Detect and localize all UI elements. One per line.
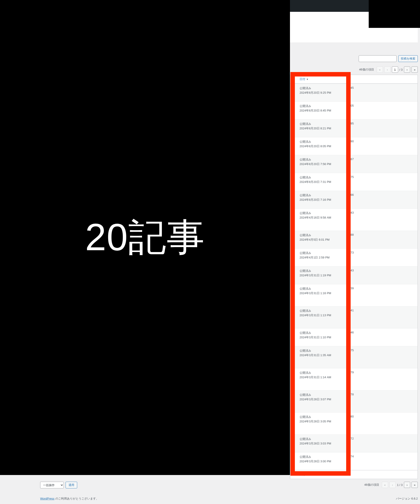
cell-id: 1078	[345, 390, 367, 412]
first-page-button: «	[377, 66, 383, 73]
overlay-topright	[369, 0, 420, 28]
search-input[interactable]	[359, 55, 396, 62]
item-count: 46個の項目	[359, 68, 374, 72]
wordpress-link[interactable]: WordPress	[40, 497, 54, 500]
table-row[interactable]: 公開済み2024年3月31日 1:10 PM1246	[290, 328, 418, 346]
cell-id: 2087	[345, 155, 367, 173]
table-row[interactable]: 公開済み2024年3月31日 1:16 PM1239	[290, 284, 418, 306]
cell-id: 2066	[345, 191, 367, 209]
cell-id: 2090	[345, 137, 367, 155]
cell-date: 公開済み2024年8月20日 8:45 PM	[290, 102, 345, 119]
next-page-button[interactable]: ›	[404, 482, 410, 488]
prev-page-button: ‹	[390, 482, 396, 488]
cell-id: 1479	[345, 368, 367, 390]
overlay-text: 20記事	[85, 212, 205, 263]
table-row[interactable]: 公開済み2024年3月28日 3:05 PM1080	[290, 412, 418, 434]
cell-date: 公開済み2024年3月31日 1:35 AM	[290, 346, 345, 368]
table-head: 日付 ▼ ID	[290, 75, 418, 84]
item-count: 46個の項目	[364, 483, 379, 487]
table-row[interactable]: 公開済み2024年8月20日 8:05 PM2090	[290, 137, 418, 155]
posts-table: 日付 ▼ ID 公開済み2024年8月20日 9:25 PM1745公開済み20…	[290, 75, 418, 479]
cell-date: 公開済み2024年3月28日 3:05 PM	[290, 413, 345, 434]
table-row[interactable]: 公開済み2024年8月20日 8:21 PM2095	[290, 119, 418, 137]
cell-id: 1074	[345, 452, 367, 470]
cell-date: 公開済み2024年4月5日 6:01 PM	[290, 231, 345, 248]
cell-id: 2105	[345, 102, 367, 119]
column-footer-date[interactable]: 日付 ▼	[290, 470, 345, 479]
cell-date: 公開済み2024年3月31日 1:13 PM	[290, 306, 345, 328]
page-of-bottom: 1 / 3	[397, 483, 403, 487]
annotation-overlay: 20記事	[0, 0, 290, 475]
cell-id: 1072	[345, 435, 367, 452]
cell-id: 1080	[345, 413, 367, 434]
cell-date: 公開済み2024年8月20日 7:31 PM	[290, 173, 345, 191]
cell-date: 公開済み2024年8月20日 8:21 PM	[290, 120, 345, 137]
column-header-id[interactable]: ID	[345, 75, 367, 84]
table-row[interactable]: 公開済み2024年3月28日 3:00 PM1074	[290, 452, 418, 470]
cell-id: 1473	[345, 249, 367, 266]
cell-date: 公開済み2024年3月31日 1:14 AM	[290, 368, 345, 390]
cell-id: 1743	[345, 209, 367, 231]
current-page-input[interactable]	[392, 66, 398, 73]
last-page-button[interactable]: »	[412, 482, 418, 488]
next-page-button[interactable]: ›	[404, 66, 410, 73]
search-posts-button[interactable]: 投稿を検索	[398, 55, 418, 62]
cell-id: 1241	[345, 306, 367, 328]
footer-version: バージョン 6.6.2	[396, 497, 418, 501]
cell-date: 公開済み2024年8月20日 9:25 PM	[290, 84, 345, 102]
table-row[interactable]: 公開済み2024年8月20日 7:31 PM2075	[290, 173, 418, 191]
footer-left: WordPress のご利用ありがとうございます。	[40, 497, 99, 501]
cell-date: 公開済み2024年3月31日 1:19 PM	[290, 266, 345, 284]
table-row[interactable]: 公開済み2024年4月1日 2:59 PM1473	[290, 248, 418, 266]
table-row[interactable]: 公開済み2024年4月5日 6:01 PM1488	[290, 231, 418, 248]
table-row[interactable]: 公開済み2024年3月31日 1:35 AM1475	[290, 346, 418, 368]
cell-date: 公開済み2024年3月28日 3:07 PM	[290, 390, 345, 412]
cell-date: 公開済み2024年4月16日 9:58 AM	[290, 209, 345, 231]
cell-id: 1246	[345, 329, 367, 346]
column-footer-id[interactable]: ID	[345, 470, 367, 479]
page-of: / 3	[399, 68, 403, 71]
last-page-button[interactable]: »	[412, 66, 418, 73]
first-page-button: «	[382, 482, 388, 488]
table-row[interactable]: 公開済み2024年3月31日 1:19 PM1243	[290, 266, 418, 284]
sort-arrow-icon: ▼	[306, 78, 308, 80]
bulk-action-select[interactable]: 一括操作	[40, 482, 64, 488]
cell-date: 公開済み2024年3月28日 3:00 PM	[290, 452, 345, 470]
prev-page-button: ‹	[384, 66, 390, 73]
cell-id: 1239	[345, 284, 367, 306]
table-row[interactable]: 公開済み2024年3月28日 3:03 PM1072	[290, 434, 418, 452]
cell-id: 1475	[345, 346, 367, 368]
cell-id: 2075	[345, 173, 367, 191]
admin-bar	[290, 0, 369, 12]
table-row[interactable]: 公開済み2024年8月20日 9:25 PM1745	[290, 84, 418, 102]
table-row[interactable]: 公開済み2024年3月31日 1:13 PM1241	[290, 306, 418, 328]
table-foot: 日付 ▼ ID	[290, 470, 418, 479]
table-row[interactable]: 公開済み2024年4月16日 9:58 AM1743	[290, 209, 418, 231]
table-row[interactable]: 公開済み2024年3月28日 3:07 PM1078	[290, 390, 418, 412]
table-row[interactable]: 公開済み2024年3月31日 1:14 AM1479	[290, 368, 418, 390]
cell-id: 1745	[345, 84, 367, 102]
cell-id: 1488	[345, 231, 367, 248]
cell-date: 公開済み2024年8月20日 7:56 PM	[290, 155, 345, 173]
table-row[interactable]: 公開済み2024年8月20日 7:56 PM2087	[290, 155, 418, 173]
cell-date: 公開済み2024年8月20日 8:05 PM	[290, 137, 345, 155]
search-row: 投稿を検索	[359, 55, 418, 62]
table-row[interactable]: 公開済み2024年8月20日 8:45 PM2105	[290, 102, 418, 119]
apply-button[interactable]: 適用	[66, 482, 77, 488]
sort-arrow-icon: ▼	[306, 474, 308, 476]
cell-date: 公開済み2024年8月20日 7:16 PM	[290, 191, 345, 209]
cell-id: 2095	[345, 120, 367, 137]
table-row[interactable]: 公開済み2024年8月20日 7:16 PM2066	[290, 191, 418, 209]
column-header-date[interactable]: 日付 ▼	[290, 75, 345, 84]
cell-date: 公開済み2024年3月31日 1:10 PM	[290, 329, 345, 346]
cell-date: 公開済み2024年3月28日 3:03 PM	[290, 435, 345, 452]
cell-date: 公開済み2024年4月1日 2:59 PM	[290, 249, 345, 266]
pagination-bottom: 46個の項目 « ‹ 1 / 3 › »	[364, 482, 418, 488]
cell-date: 公開済み2024年3月31日 1:16 PM	[290, 284, 345, 306]
bulk-actions: 一括操作 適用	[40, 482, 77, 488]
pagination-top: 46個の項目 « ‹ / 3 › »	[359, 66, 418, 73]
cell-id: 1243	[345, 266, 367, 284]
footer: WordPress のご利用ありがとうございます。 バージョン 6.6.2	[40, 497, 418, 501]
